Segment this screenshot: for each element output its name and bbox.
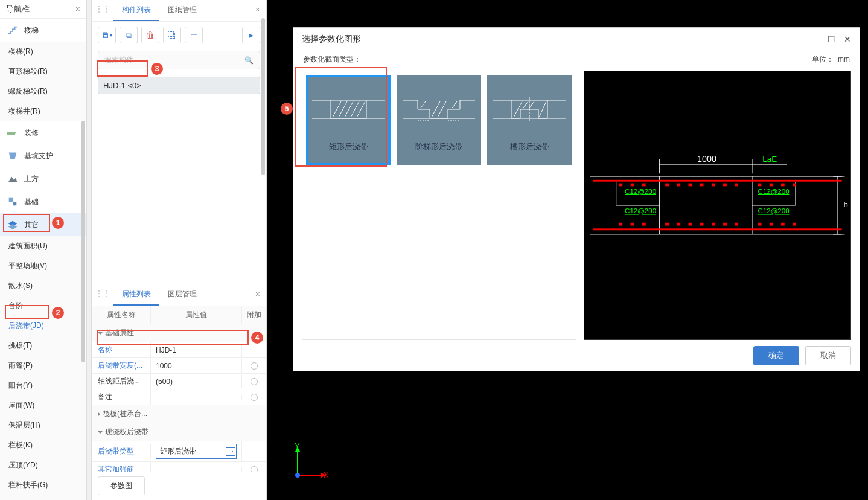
preview-canvas[interactable]: 1000 LaE h C12@200 C12@200 C12@200 C12@2…	[584, 71, 851, 340]
resize-handle[interactable]	[87, 0, 92, 500]
layer-button[interactable]: ▭	[185, 27, 203, 43]
prop-axis: 轴线距后浇...	[92, 374, 151, 389]
tab-drawings[interactable]: 图纸管理	[159, 0, 205, 21]
shape-label: 槽形后浇带	[510, 141, 549, 152]
nav-item[interactable]: 阳台(Y)	[0, 376, 86, 396]
nav-item[interactable]: 螺旋梯段(R)	[0, 82, 86, 101]
ok-button[interactable]: 确定	[753, 346, 799, 365]
prop-type: 后浇带类型	[92, 444, 151, 459]
rebar-spec[interactable]: C12@200	[625, 188, 656, 195]
svg-rect-71	[735, 223, 738, 226]
annot-3: 3	[151, 63, 163, 75]
svg-rect-67	[689, 223, 692, 226]
delete-button[interactable]: 🗑	[141, 27, 159, 43]
new-button[interactable]: 🗎▾	[98, 27, 116, 43]
copy-button[interactable]: ⧉	[120, 27, 138, 43]
svg-rect-0	[7, 132, 16, 135]
nav-item[interactable]: 栏板(K)	[0, 435, 86, 455]
nav-item-hjd[interactable]: 后浇带(JD)	[0, 316, 86, 336]
tab-components[interactable]: 构件列表	[113, 0, 159, 21]
nav-item[interactable]: 栏杆扶手(G)	[0, 475, 86, 495]
close-icon[interactable]: ×	[249, 284, 266, 306]
grip-icon[interactable]: ⋮⋮	[92, 284, 113, 306]
more-button[interactable]: ▸	[242, 27, 260, 43]
group-base[interactable]: 基础属性	[92, 324, 266, 342]
nav-cat-label: 基坑支护	[24, 151, 53, 161]
nav-cat-found[interactable]: 基础	[0, 190, 86, 213]
search-input[interactable]: 搜索构件... 🔍	[98, 51, 260, 69]
col-header-extra: 附加	[242, 306, 266, 324]
radio[interactable]	[251, 378, 258, 385]
svg-rect-64	[642, 223, 646, 226]
svg-rect-75	[793, 223, 796, 226]
close-icon[interactable]: ×	[75, 4, 80, 14]
prop-note: 备注	[92, 389, 151, 405]
nav-item[interactable]: 屋面(W)	[0, 396, 86, 415]
grip-icon[interactable]: ⋮⋮	[92, 0, 113, 21]
nav-item[interactable]: 散水(S)	[0, 276, 86, 296]
prop-name: 名称	[92, 342, 151, 357]
group-cast[interactable]: 现浇板后浇带	[92, 423, 266, 441]
tab-properties[interactable]: 属性列表	[113, 284, 159, 306]
dim-h: h	[843, 200, 847, 209]
nav-item[interactable]: 脚手架(JS)	[0, 495, 86, 500]
dialog-title: 选择参数化图形	[302, 34, 361, 45]
dim-lae: LaE	[762, 155, 777, 164]
shape-step[interactable]: 阶梯形后浇带	[397, 75, 481, 165]
nav-item[interactable]: 建筑面积(U)	[0, 236, 86, 256]
prop-reinf: 其它加强筋	[92, 462, 151, 472]
nav-item[interactable]: 直形梯段(R)	[0, 62, 86, 82]
svg-rect-50	[642, 184, 646, 187]
nav-item[interactable]: 楼梯井(R)	[0, 101, 86, 121]
param-button[interactable]: 参数图	[98, 476, 145, 495]
close-icon[interactable]: ✕	[844, 34, 851, 44]
pit-icon	[7, 150, 18, 161]
nav-cat-stairs[interactable]: 楼梯	[0, 19, 86, 42]
rebar-spec[interactable]: C12@200	[758, 207, 790, 214]
nav-item[interactable]: 压顶(YD)	[0, 455, 86, 475]
svg-marker-6	[8, 224, 17, 229]
nav-item[interactable]: 楼梯(R)	[0, 42, 86, 62]
scrollbar[interactable]	[81, 121, 85, 362]
nav-item[interactable]: 台阶	[0, 296, 86, 316]
nav-cat-decor[interactable]: 装修	[0, 121, 86, 144]
svg-rect-70	[723, 223, 727, 226]
svg-rect-73	[770, 223, 773, 226]
prop-value[interactable]	[151, 395, 242, 400]
radio[interactable]	[251, 362, 258, 370]
cubes-icon	[7, 196, 18, 207]
rebar-spec[interactable]: C12@200	[625, 207, 656, 214]
group-raft[interactable]: 筏板(桩承台...	[92, 405, 266, 423]
nav-item[interactable]: 雨篷(P)	[0, 356, 86, 376]
prop-value[interactable]: (500)	[151, 375, 242, 388]
annot-2: 2	[52, 307, 64, 319]
svg-rect-51	[665, 184, 669, 187]
shape-groove[interactable]: 槽形后浇带	[487, 75, 572, 165]
svg-rect-74	[781, 223, 785, 226]
nav-item[interactable]: 保温层(H)	[0, 415, 86, 435]
svg-rect-52	[677, 184, 680, 187]
duplicate-button[interactable]: ⿻	[163, 27, 181, 43]
radio[interactable]	[251, 394, 258, 401]
component-item[interactable]: HJD-1 <0>	[98, 77, 260, 94]
nav-cat-earth[interactable]: 土方	[0, 167, 86, 190]
cancel-button[interactable]: 取消	[805, 346, 851, 365]
prop-value[interactable]: 1000	[151, 359, 242, 373]
ellipsis-button[interactable]: ⋯	[226, 447, 235, 456]
radio[interactable]	[251, 466, 258, 472]
svg-rect-66	[677, 223, 680, 226]
nav-title: 导航栏	[6, 4, 30, 14]
nav-cat-pit[interactable]: 基坑支护	[0, 144, 86, 167]
prop-type-value[interactable]: 矩形后浇带⋯	[151, 441, 242, 461]
svg-rect-61	[793, 184, 796, 187]
nav-cat-other[interactable]: 其它	[0, 213, 86, 236]
nav-cat-label: 基础	[24, 197, 39, 207]
svg-rect-53	[689, 184, 692, 187]
prop-value[interactable]: HJD-1	[151, 344, 242, 357]
nav-item[interactable]: 挑檐(T)	[0, 336, 86, 356]
maximize-icon[interactable]: ☐	[828, 34, 835, 44]
shape-rect[interactable]: 矩形后浇带	[306, 75, 391, 165]
tab-layers[interactable]: 图层管理	[159, 284, 205, 306]
rebar-spec[interactable]: C12@200	[758, 188, 790, 195]
nav-item[interactable]: 平整场地(V)	[0, 256, 86, 276]
